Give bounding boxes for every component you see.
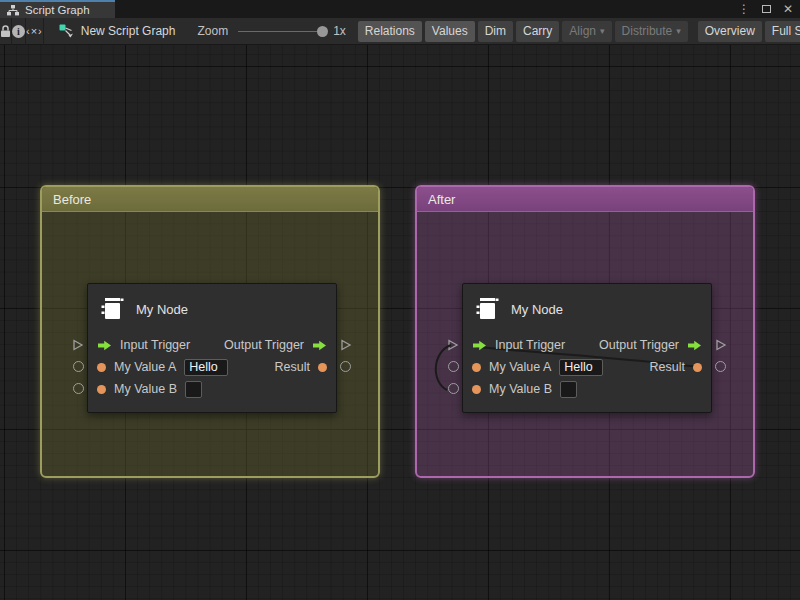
value-a-row: My Value A Result: [463, 356, 711, 378]
lock-icon: [0, 25, 11, 38]
outer-trigger-in-port[interactable]: [72, 339, 84, 351]
outer-value-b-port[interactable]: [73, 383, 84, 394]
sitemap-icon: [7, 5, 19, 16]
group-after-header[interactable]: After: [417, 187, 753, 212]
info-button[interactable]: i: [12, 18, 26, 45]
toolbar-buttons: Relations Values Dim Carry Align ▾ Distr…: [358, 21, 800, 42]
chevron-down-icon: ▾: [600, 26, 605, 36]
close-icon[interactable]: ✕: [783, 2, 793, 16]
graph-canvas[interactable]: Before My Node: [0, 45, 800, 600]
align-label: Align: [569, 24, 596, 38]
window-controls: ⋮ ✕: [738, 0, 793, 18]
lock-button[interactable]: [0, 18, 12, 45]
trigger-row: Input Trigger Output Trigger: [463, 334, 711, 356]
graph-toolbar: i ‹×› New Script Graph Zoom 1x Relations…: [0, 18, 800, 45]
value-port-dot-icon: [318, 363, 327, 372]
outer-value-a-port[interactable]: [73, 361, 84, 372]
code-preview-button[interactable]: ‹×›: [26, 18, 44, 45]
zoom-label: Zoom: [197, 24, 228, 38]
value-b-port[interactable]: My Value B: [472, 381, 577, 398]
node-header[interactable]: My Node: [88, 284, 336, 334]
value-a-label: My Value A: [489, 360, 551, 374]
group-before[interactable]: Before My Node: [40, 185, 380, 478]
info-icon: i: [12, 25, 25, 38]
value-port-dot-icon: [472, 363, 481, 372]
value-a-input[interactable]: [184, 359, 228, 376]
outer-value-a-port[interactable]: [448, 361, 459, 372]
code-icon: ‹×›: [26, 25, 43, 37]
result-port[interactable]: Result: [275, 360, 327, 374]
maximize-icon[interactable]: [762, 5, 771, 13]
value-b-input[interactable]: [185, 381, 202, 398]
outer-trigger-out-port[interactable]: [340, 339, 352, 351]
value-a-input[interactable]: [559, 359, 603, 376]
value-b-label: My Value B: [114, 382, 177, 396]
group-after[interactable]: After My Node: [415, 185, 755, 478]
carry-toggle[interactable]: Carry: [516, 21, 559, 42]
group-before-header[interactable]: Before: [42, 187, 378, 212]
output-trigger-port[interactable]: Output Trigger: [599, 338, 702, 352]
input-trigger-label: Input Trigger: [495, 338, 565, 352]
zoom-slider-handle[interactable]: [317, 26, 328, 37]
overview-label: Overview: [705, 24, 755, 38]
zoom-control: Zoom 1x: [197, 24, 345, 38]
script-graph-window: Script Graph ⋮ ✕ i ‹×› New Scr: [0, 0, 800, 600]
chevron-down-icon: ▾: [676, 26, 681, 36]
graph-icon: [59, 24, 74, 38]
value-a-row: My Value A Result: [88, 356, 336, 378]
outer-trigger-out-port[interactable]: [715, 339, 727, 351]
tab-title: Script Graph: [25, 4, 90, 16]
value-port-dot-icon: [97, 385, 106, 394]
zoom-value: 1x: [333, 24, 346, 38]
value-b-port[interactable]: My Value B: [97, 381, 202, 398]
outer-trigger-in-port[interactable]: [447, 339, 459, 351]
value-b-input[interactable]: [560, 381, 577, 398]
node-my-node-before[interactable]: My Node Input Trigger Output Trigger: [87, 283, 337, 413]
input-trigger-port[interactable]: Input Trigger: [97, 338, 190, 352]
output-trigger-label: Output Trigger: [599, 338, 679, 352]
trigger-arrow-icon: [687, 340, 702, 351]
distribute-dropdown[interactable]: Distribute ▾: [615, 21, 688, 42]
node-title: My Node: [511, 302, 563, 317]
value-b-row: My Value B: [88, 378, 336, 400]
trigger-arrow-icon: [97, 340, 112, 351]
tab-script-graph[interactable]: Script Graph: [0, 0, 115, 18]
align-dropdown[interactable]: Align ▾: [562, 21, 611, 42]
outer-result-port[interactable]: [340, 361, 351, 372]
relations-label: Relations: [365, 24, 415, 38]
trigger-arrow-icon: [472, 340, 487, 351]
carry-label: Carry: [523, 24, 552, 38]
fullscreen-label: Full Scr: [772, 24, 800, 38]
input-trigger-port[interactable]: Input Trigger: [472, 338, 565, 352]
tab-bar: Script Graph ⋮ ✕: [0, 0, 800, 18]
value-b-row: My Value B: [463, 378, 711, 400]
zoom-slider[interactable]: [238, 31, 324, 32]
result-label: Result: [275, 360, 310, 374]
overview-button[interactable]: Overview: [698, 21, 762, 42]
graph-title-chip[interactable]: New Script Graph: [59, 24, 176, 38]
outer-value-b-port[interactable]: [448, 383, 459, 394]
node-my-node-after[interactable]: My Node Input Trigger Output Trigger: [462, 283, 712, 413]
values-label: Values: [432, 24, 468, 38]
output-trigger-port[interactable]: Output Trigger: [224, 338, 327, 352]
outer-result-port[interactable]: [715, 361, 726, 372]
result-port[interactable]: Result: [650, 360, 702, 374]
group-after-label: After: [428, 192, 455, 207]
node-header[interactable]: My Node: [463, 284, 711, 334]
value-a-port[interactable]: My Value A: [472, 359, 603, 376]
relations-toggle[interactable]: Relations: [358, 21, 422, 42]
value-port-dot-icon: [693, 363, 702, 372]
value-b-label: My Value B: [489, 382, 552, 396]
dim-toggle[interactable]: Dim: [478, 21, 513, 42]
input-trigger-label: Input Trigger: [120, 338, 190, 352]
unit-node-icon: [475, 296, 500, 322]
node-title: My Node: [136, 302, 188, 317]
value-a-port[interactable]: My Value A: [97, 359, 228, 376]
menu-kebab-icon[interactable]: ⋮: [738, 2, 750, 16]
values-toggle[interactable]: Values: [425, 21, 475, 42]
trigger-row: Input Trigger Output Trigger: [88, 334, 336, 356]
distribute-label: Distribute: [622, 24, 673, 38]
value-port-dot-icon: [472, 385, 481, 394]
dim-label: Dim: [485, 24, 506, 38]
fullscreen-button[interactable]: Full Scr: [765, 21, 800, 42]
